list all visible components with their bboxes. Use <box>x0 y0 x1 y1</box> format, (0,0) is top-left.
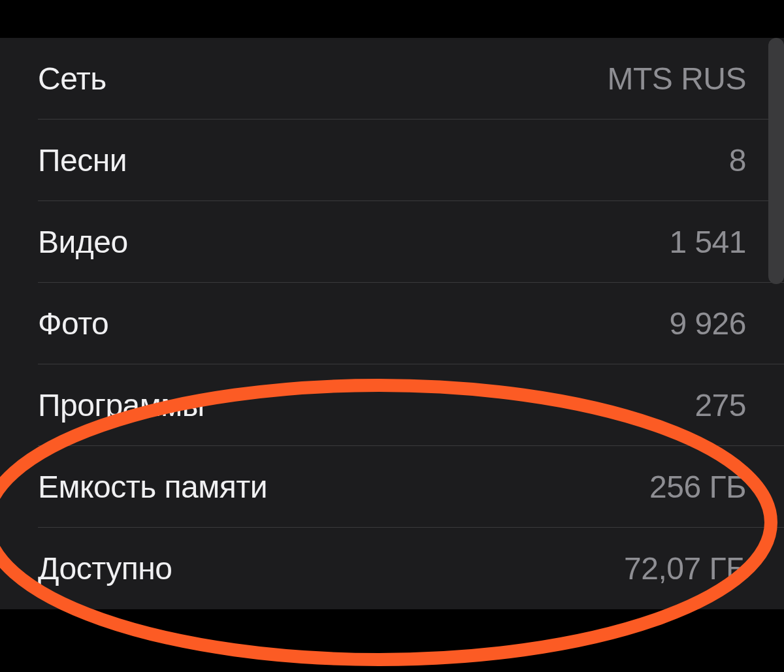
row-apps[interactable]: Программы 275 <box>38 364 784 446</box>
row-label: Емкость памяти <box>38 469 267 505</box>
row-label: Сеть <box>38 61 106 97</box>
bottom-spacer <box>0 609 784 672</box>
row-capacity[interactable]: Емкость памяти 256 ГБ <box>38 446 784 528</box>
top-spacer <box>0 0 784 38</box>
row-songs[interactable]: Песни 8 <box>38 120 784 201</box>
row-network[interactable]: Сеть MTS RUS <box>38 38 784 120</box>
row-value: MTS RUS <box>608 61 747 97</box>
row-label: Программы <box>38 387 204 423</box>
row-value: 72,07 ГБ <box>624 551 746 586</box>
row-value: 8 <box>729 142 746 178</box>
row-value: 9 926 <box>669 306 746 342</box>
row-label: Видео <box>38 224 128 260</box>
row-videos[interactable]: Видео 1 541 <box>38 201 784 283</box>
row-available[interactable]: Доступно 72,07 ГБ <box>38 528 784 609</box>
row-label: Доступно <box>38 551 172 586</box>
scrollbar-thumb[interactable] <box>768 38 784 284</box>
row-label: Фото <box>38 306 108 342</box>
row-value: 1 541 <box>669 224 746 260</box>
row-label: Песни <box>38 142 127 178</box>
about-settings-list: Сеть MTS RUS Песни 8 Видео 1 541 Фото 9 … <box>0 38 784 609</box>
row-value: 256 ГБ <box>649 469 746 505</box>
row-photos[interactable]: Фото 9 926 <box>38 283 784 364</box>
row-value: 275 <box>694 387 746 423</box>
